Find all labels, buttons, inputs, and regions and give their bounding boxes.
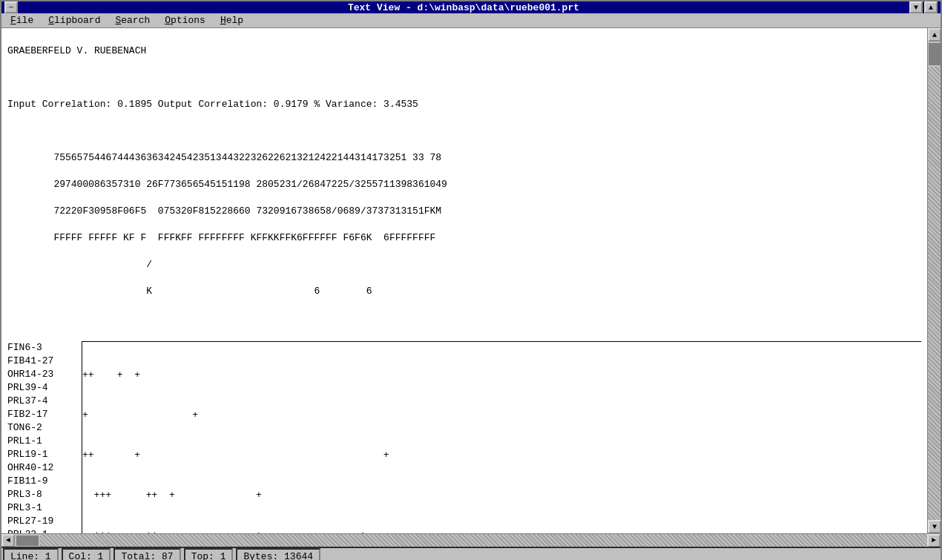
status-col: Col: 1	[62, 548, 111, 560]
code-line-5: /	[7, 258, 921, 271]
menu-file[interactable]: File	[4, 13, 39, 27]
blank-line-2	[7, 125, 921, 138]
data-section: ++ + + + + ++ + + +++ ++ + + +++ ++ + + …	[82, 341, 921, 533]
data-table: FIN6-3 FIB41-27 OHR14-23 PRL39-4 PRL37-4…	[7, 341, 921, 533]
row-labels: FIN6-3 FIB41-27 OHR14-23 PRL39-4 PRL37-4…	[7, 341, 82, 533]
data-row-0: ++ + +	[82, 369, 921, 382]
menu-clipboard[interactable]: Clipboard	[42, 13, 106, 27]
data-row-3: +++ ++ + +	[82, 489, 921, 502]
code-line-6: K 6 6	[7, 285, 921, 298]
main-window: ─ Text View - d:\winbasp\data\ruebe001.p…	[0, 0, 942, 560]
row-label-2: OHR14-23	[7, 368, 82, 381]
data-row-4: +++ ++ + +	[82, 529, 921, 533]
correlation-line: Input Correlation: 0.1895 Output Correla…	[7, 98, 921, 111]
vertical-scrollbar[interactable]: ▲ ▼	[927, 28, 941, 533]
row-label-6: TON6-2	[7, 421, 82, 435]
row-label-9: OHR40-12	[7, 461, 82, 475]
row-label-8: PRL19-1	[7, 448, 82, 461]
row-label-0: FIN6-3	[7, 341, 82, 355]
scroll-track-h[interactable]	[40, 534, 927, 547]
main-content-area: GRAEBERFELD V. RUEBENACH Input Correlati…	[1, 28, 941, 533]
menu-help[interactable]: Help	[214, 13, 249, 27]
title-bar: ─ Text View - d:\winbasp\data\ruebe001.p…	[1, 1, 941, 13]
scroll-thumb-h[interactable]	[16, 536, 39, 546]
minimize-button[interactable]: ▼	[909, 1, 923, 13]
menu-search[interactable]: Search	[109, 13, 156, 27]
row-label-11: PRL3-8	[7, 488, 82, 501]
code-line-4: FFFFF FFFFF KF F FFFKFF FFFFFFFF KFFKKFF…	[7, 231, 921, 245]
blank-line-3	[7, 312, 921, 325]
maximize-button[interactable]: ▲	[924, 1, 938, 13]
row-label-7: PRL1-1	[7, 435, 82, 448]
system-menu-button[interactable]: ─	[4, 1, 18, 13]
blank-line-1	[7, 71, 921, 85]
status-line: Line: 1	[3, 548, 59, 560]
data-row-1: + +	[82, 409, 921, 422]
code-line-2: 297400086357310 26F773656545151198 28052…	[7, 178, 921, 191]
scroll-left-button[interactable]: ◄	[1, 534, 15, 547]
header-line: GRAEBERFELD V. RUEBENACH	[7, 45, 921, 58]
window-title: Text View - d:\winbasp\data\ruebe001.prt	[18, 2, 909, 13]
status-top: Top: 1	[184, 548, 234, 560]
row-label-13: PRL27-19	[7, 515, 82, 528]
code-line-3: 72220F30958F06F5 075320F815228660 732091…	[7, 205, 921, 218]
menu-bar: File Clipboard Search Options Help	[1, 13, 941, 28]
title-bar-buttons: ▼ ▲	[909, 1, 938, 13]
scroll-up-button[interactable]: ▲	[928, 28, 941, 42]
scroll-right-button[interactable]: ►	[927, 534, 941, 547]
menu-options[interactable]: Options	[159, 13, 211, 27]
scroll-down-button[interactable]: ▼	[928, 520, 941, 533]
row-label-4: PRL37-4	[7, 395, 82, 408]
scroll-thumb-v[interactable]	[929, 43, 941, 65]
code-line-1: 7556575446744436363424542351344322326226…	[7, 151, 921, 165]
row-label-10: FIB11-9	[7, 475, 82, 488]
status-bar: Line: 1 Col: 1 Total: 87 Top: 1 Bytes: 1…	[1, 547, 941, 560]
text-content: GRAEBERFELD V. RUEBENACH Input Correlati…	[1, 28, 927, 533]
status-bytes: Bytes: 13644	[236, 548, 320, 560]
status-total: Total: 87	[113, 548, 180, 560]
row-label-12: PRL3-1	[7, 501, 82, 515]
row-label-3: PRL39-4	[7, 381, 82, 395]
scroll-track-v[interactable]	[928, 67, 941, 520]
horizontal-scrollbar[interactable]: ◄ ►	[1, 533, 941, 547]
row-label-14: PRL22-1	[7, 528, 82, 533]
row-label-1: FIB41-27	[7, 355, 82, 368]
data-row-2: ++ + +	[82, 449, 921, 462]
row-label-5: FIB2-17	[7, 408, 82, 421]
